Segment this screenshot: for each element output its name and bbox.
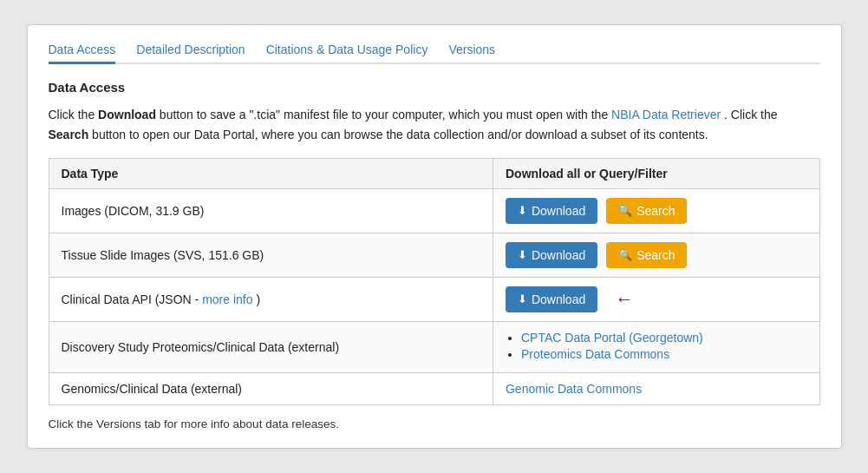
download-button-tissue[interactable]: ⬇ Download bbox=[506, 242, 597, 268]
tab-detailed-description[interactable]: Detailed Description bbox=[136, 43, 245, 64]
tab-citations-data-usage[interactable]: Citations & Data Usage Policy bbox=[266, 43, 428, 64]
list-item: CPTAC Data Portal (Georgetown) bbox=[521, 331, 807, 345]
cell-data-type-clinical: Clinical Data API (JSON - more info ) bbox=[49, 277, 493, 321]
table-row: Discovery Study Proteomics/Clinical Data… bbox=[49, 321, 819, 372]
tab-versions[interactable]: Versions bbox=[448, 43, 495, 64]
nbia-retriever-link[interactable]: NBIA Data Retriever bbox=[611, 108, 721, 122]
search-button-tissue[interactable]: 🔍 Search bbox=[606, 242, 687, 268]
download-button-images[interactable]: ⬇ Download bbox=[506, 198, 597, 224]
tab-bar: Data Access Detailed Description Citatio… bbox=[49, 43, 820, 64]
more-info-link[interactable]: more info bbox=[202, 292, 252, 306]
search-icon: 🔍 bbox=[618, 248, 632, 261]
search-icon: 🔍 bbox=[618, 204, 632, 217]
cell-actions-proteomics: CPTAC Data Portal (Georgetown) Proteomic… bbox=[493, 321, 819, 372]
table-row: Genomics/Clinical Data (external) Genomi… bbox=[49, 372, 819, 404]
main-card: Data Access Detailed Description Citatio… bbox=[27, 24, 842, 449]
cell-actions-clinical: ⬇ Download ← bbox=[493, 277, 819, 321]
cell-data-type-proteomics: Discovery Study Proteomics/Clinical Data… bbox=[49, 321, 493, 372]
table-row: Clinical Data API (JSON - more info ) ⬇ … bbox=[49, 277, 819, 321]
search-label: Search bbox=[636, 248, 675, 262]
red-arrow-indicator: ← bbox=[615, 290, 634, 309]
cell-actions-tissue: ⬇ Download 🔍 Search bbox=[493, 233, 819, 277]
list-item: Proteomics Data Commons bbox=[521, 347, 807, 361]
download-icon: ⬇ bbox=[518, 248, 527, 261]
cptac-link[interactable]: CPTAC Data Portal (Georgetown) bbox=[521, 331, 703, 345]
table-row: Tissue Slide Images (SVS, 151.6 GB) ⬇ Do… bbox=[49, 233, 819, 277]
proteomics-links: CPTAC Data Portal (Georgetown) Proteomic… bbox=[506, 331, 807, 361]
download-button-clinical[interactable]: ⬇ Download bbox=[506, 286, 597, 312]
search-label: Search bbox=[636, 204, 675, 218]
col-header-download-query: Download all or Query/Filter bbox=[493, 158, 819, 188]
bold-download: Download bbox=[98, 108, 156, 122]
download-label: Download bbox=[532, 292, 585, 306]
cell-data-type-tissue: Tissue Slide Images (SVS, 151.6 GB) bbox=[49, 233, 493, 277]
download-label: Download bbox=[532, 204, 585, 218]
cell-actions-images: ⬇ Download 🔍 Search bbox=[493, 188, 819, 233]
genomic-data-commons-link[interactable]: Genomic Data Commons bbox=[506, 382, 642, 396]
cell-actions-genomics: Genomic Data Commons bbox=[493, 372, 819, 404]
download-icon: ⬇ bbox=[518, 292, 527, 305]
data-access-table: Data Type Download all or Query/Filter I… bbox=[49, 158, 820, 405]
bold-search: Search bbox=[49, 128, 89, 141]
footer-note: Click the Versions tab for more info abo… bbox=[49, 417, 820, 430]
proteomics-commons-link[interactable]: Proteomics Data Commons bbox=[521, 347, 669, 361]
tab-data-access[interactable]: Data Access bbox=[49, 43, 116, 64]
cell-data-type-genomics: Genomics/Clinical Data (external) bbox=[49, 372, 493, 404]
download-icon: ⬇ bbox=[518, 204, 527, 217]
description-text: Click the Download button to save a ".tc… bbox=[49, 105, 820, 144]
section-title: Data Access bbox=[49, 80, 820, 95]
cell-data-type-images: Images (DICOM, 31.9 GB) bbox=[49, 188, 493, 233]
table-row: Images (DICOM, 31.9 GB) ⬇ Download 🔍 Sea… bbox=[49, 188, 819, 233]
col-header-data-type: Data Type bbox=[49, 158, 493, 188]
search-button-images[interactable]: 🔍 Search bbox=[606, 198, 687, 224]
arrow-cell: ⬇ Download ← bbox=[506, 286, 807, 312]
download-label: Download bbox=[532, 248, 585, 262]
